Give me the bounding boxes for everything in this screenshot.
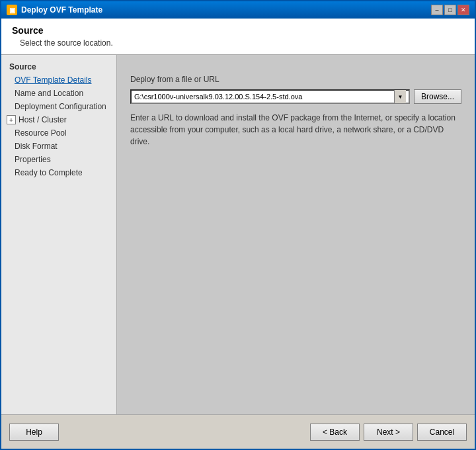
sidebar-item-ready-to-complete[interactable]: Ready to Complete xyxy=(1,166,116,179)
title-bar-left: ▣ Deploy OVF Template xyxy=(7,5,102,15)
main-window: ▣ Deploy OVF Template – □ ✕ Source Selec… xyxy=(0,0,476,450)
sidebar-item-properties[interactable]: Properties xyxy=(1,153,116,166)
footer: Help < Back Next > Cancel xyxy=(1,414,475,449)
window-title: Deploy OVF Template xyxy=(21,5,102,15)
footer-left: Help xyxy=(9,424,59,441)
dropdown-arrow-icon[interactable]: ▼ xyxy=(394,90,406,103)
deploy-url-value: G:\csr1000v-universalk9.03.12.00.S.154-2… xyxy=(134,93,394,101)
content-area: Deploy from a file or URL G:\csr1000v-un… xyxy=(117,55,475,414)
sidebar-item-resource-pool[interactable]: Resource Pool xyxy=(1,126,116,140)
deploy-label: Deploy from a file or URL xyxy=(130,75,461,84)
back-button[interactable]: < Back xyxy=(310,424,360,441)
sidebar-item-host-cluster[interactable]: + Host / Cluster xyxy=(1,113,116,126)
sidebar-item-disk-format[interactable]: Disk Format xyxy=(1,140,116,153)
header-subtitle: Select the source location. xyxy=(20,38,464,48)
sidebar-item-ovf-template-details[interactable]: OVF Template Details xyxy=(1,73,116,87)
sidebar-item-deployment-configuration[interactable]: Deployment Configuration xyxy=(1,100,116,113)
title-bar: ▣ Deploy OVF Template – □ ✕ xyxy=(1,1,475,19)
next-button[interactable]: Next > xyxy=(364,424,413,441)
minimize-button[interactable]: – xyxy=(431,5,443,15)
sidebar-item-label: Host / Cluster xyxy=(19,115,67,124)
help-button[interactable]: Help xyxy=(9,424,59,441)
header-section: Source Select the source location. xyxy=(1,19,475,55)
cancel-button[interactable]: Cancel xyxy=(417,424,467,441)
footer-right: < Back Next > Cancel xyxy=(310,424,467,441)
header-title: Source xyxy=(12,25,464,36)
browse-button[interactable]: Browse... xyxy=(414,89,461,104)
expand-icon[interactable]: + xyxy=(7,115,16,124)
deploy-input-row: G:\csr1000v-universalk9.03.12.00.S.154-2… xyxy=(130,89,461,104)
main-area: Source OVF Template Details Name and Loc… xyxy=(1,55,475,414)
maximize-button[interactable]: □ xyxy=(444,5,456,15)
deploy-hint: Enter a URL to download and install the … xyxy=(130,112,461,148)
window-icon: ▣ xyxy=(7,5,17,15)
sidebar-item-name-and-location[interactable]: Name and Location xyxy=(1,87,116,100)
sidebar: Source OVF Template Details Name and Loc… xyxy=(1,55,117,414)
deploy-section: Deploy from a file or URL G:\csr1000v-un… xyxy=(130,75,461,148)
close-button[interactable]: ✕ xyxy=(457,5,469,15)
title-buttons: – □ ✕ xyxy=(431,5,469,15)
deploy-url-select[interactable]: G:\csr1000v-universalk9.03.12.00.S.154-2… xyxy=(130,89,410,104)
sidebar-item-source[interactable]: Source xyxy=(1,60,116,73)
